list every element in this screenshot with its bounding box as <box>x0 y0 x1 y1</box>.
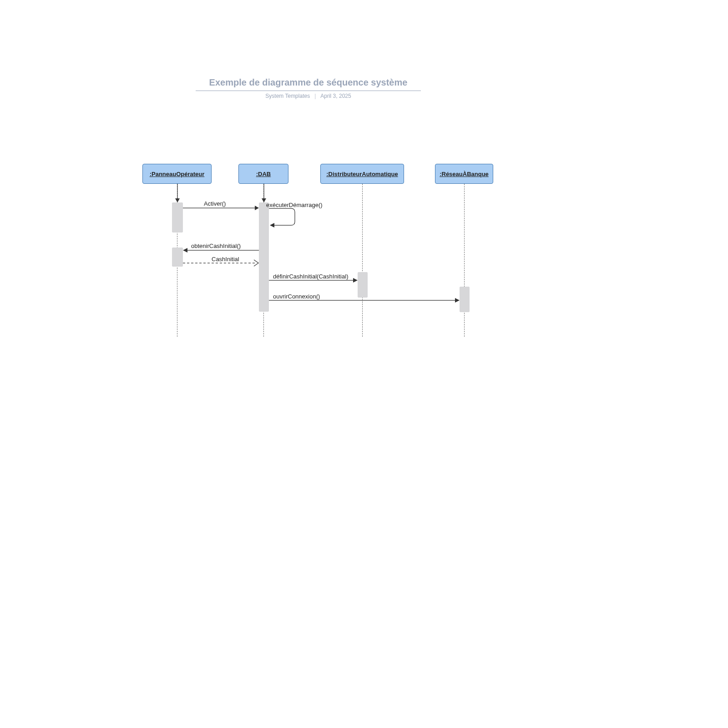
subtitle-author: System Templates <box>265 93 310 99</box>
subtitle-separator: | <box>314 93 316 99</box>
svg-marker-11 <box>353 278 358 283</box>
diagram-header: Exemple de diagramme de séquence système… <box>196 77 421 99</box>
msg-set-initial-cash: définirCashInitial(CashInitial) <box>273 273 348 280</box>
svg-marker-6 <box>270 223 274 228</box>
msg-get-initial-cash: obtenirCashInitial() <box>191 243 241 249</box>
msg-execute-startup: exécuterDémarrage() <box>266 202 323 208</box>
svg-marker-5 <box>255 206 259 210</box>
diagram-title: Exemple de diagramme de séquence système <box>196 77 421 91</box>
msg-activate: Activer() <box>204 200 226 207</box>
diagram-subheader: System Templates | April 3, 2025 <box>196 93 421 99</box>
svg-marker-8 <box>183 248 187 253</box>
msg-return-initial-cash: CashInitial <box>212 256 239 263</box>
diagram-arrows <box>0 164 728 346</box>
svg-marker-1 <box>175 198 180 202</box>
svg-marker-13 <box>455 298 460 303</box>
msg-open-connection: ouvrirConnexion() <box>273 293 320 300</box>
subtitle-date: April 3, 2025 <box>320 93 351 99</box>
svg-marker-3 <box>262 198 266 202</box>
sequence-diagram: :PanneauOpérateur :DAB :DistributeurAuto… <box>0 164 728 346</box>
